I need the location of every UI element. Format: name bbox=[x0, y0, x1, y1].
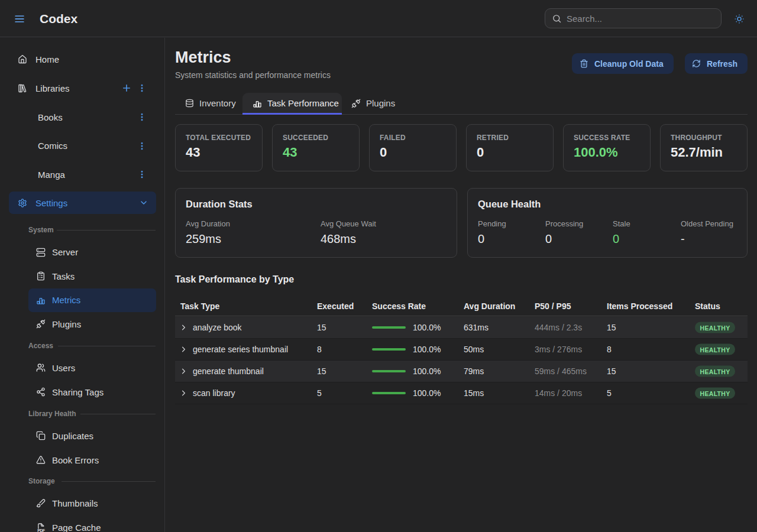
svg-text:PDF: PDF bbox=[37, 528, 46, 532]
